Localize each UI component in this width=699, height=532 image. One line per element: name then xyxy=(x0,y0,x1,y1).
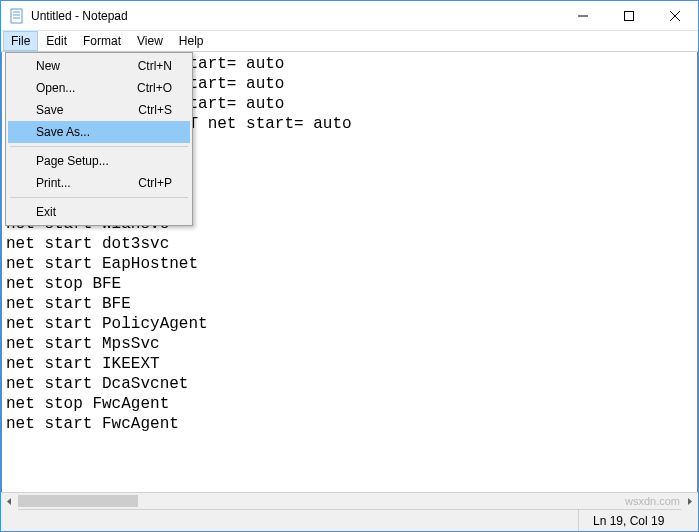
svg-marker-9 xyxy=(688,498,692,505)
minimize-button[interactable] xyxy=(560,1,606,30)
menu-file[interactable]: File xyxy=(3,31,38,51)
menu-edit[interactable]: Edit xyxy=(38,31,75,51)
svg-marker-8 xyxy=(7,498,11,505)
menu-label: New xyxy=(36,59,138,73)
menu-item-save[interactable]: Save Ctrl+S xyxy=(8,99,190,121)
menu-label: Exit xyxy=(36,205,172,219)
menu-item-new[interactable]: New Ctrl+N xyxy=(8,55,190,77)
menu-label: Save xyxy=(36,103,138,117)
menu-label: Print... xyxy=(36,176,138,190)
scroll-right-button[interactable] xyxy=(681,493,698,510)
menu-item-save-as[interactable]: Save As... xyxy=(8,121,190,143)
menu-help[interactable]: Help xyxy=(171,31,212,51)
menu-shortcut: Ctrl+S xyxy=(138,103,172,117)
scroll-thumb[interactable] xyxy=(18,495,138,507)
horizontal-scrollbar[interactable] xyxy=(1,492,698,509)
status-position: Ln 19, Col 19 xyxy=(578,510,698,531)
menu-shortcut: Ctrl+N xyxy=(138,59,172,73)
menu-format[interactable]: Format xyxy=(75,31,129,51)
file-menu-dropdown: New Ctrl+N Open... Ctrl+O Save Ctrl+S Sa… xyxy=(5,52,193,226)
titlebar: Untitled - Notepad xyxy=(1,1,698,31)
menu-separator xyxy=(10,146,188,147)
menu-item-page-setup[interactable]: Page Setup... xyxy=(8,150,190,172)
notepad-window: Untitled - Notepad File Edit Format View… xyxy=(0,0,699,532)
statusbar: Ln 19, Col 19 xyxy=(1,509,698,531)
watermark: wsxdn.com xyxy=(625,495,680,507)
menu-item-print[interactable]: Print... Ctrl+P xyxy=(8,172,190,194)
window-controls xyxy=(560,1,698,30)
menu-label: Page Setup... xyxy=(36,154,172,168)
menu-separator xyxy=(10,197,188,198)
menu-item-exit[interactable]: Exit xyxy=(8,201,190,223)
menu-item-open[interactable]: Open... Ctrl+O xyxy=(8,77,190,99)
maximize-button[interactable] xyxy=(606,1,652,30)
svg-rect-5 xyxy=(625,11,634,20)
notepad-icon xyxy=(9,8,25,24)
menu-view[interactable]: View xyxy=(129,31,171,51)
close-button[interactable] xyxy=(652,1,698,30)
menu-shortcut: Ctrl+O xyxy=(137,81,172,95)
menu-label: Open... xyxy=(36,81,137,95)
svg-rect-0 xyxy=(11,9,22,23)
scroll-left-button[interactable] xyxy=(1,493,18,510)
menu-shortcut: Ctrl+P xyxy=(138,176,172,190)
menubar: File Edit Format View Help xyxy=(1,31,698,52)
menu-label: Save As... xyxy=(36,125,172,139)
scroll-track[interactable] xyxy=(18,493,681,509)
window-title: Untitled - Notepad xyxy=(31,9,128,23)
title-left: Untitled - Notepad xyxy=(1,8,560,24)
